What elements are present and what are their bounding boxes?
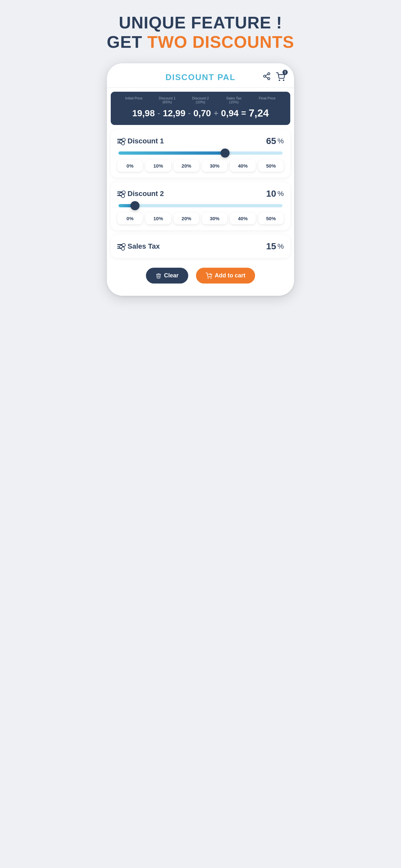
- discount1-title: Discount 1: [127, 137, 164, 145]
- app-header: DISCOUNT PAL 1: [107, 63, 294, 88]
- svg-point-8: [211, 278, 212, 278]
- summary-values: 19,98 - 12,99 - 0,70 + 0,94 = 7,24: [117, 107, 284, 119]
- discount2-quick-0[interactable]: 0%: [117, 213, 143, 224]
- discount1-sliders-icon: [117, 139, 124, 144]
- operator-plus: +: [213, 108, 218, 118]
- discount2-slider-container[interactable]: [119, 204, 282, 207]
- header-icons: 1: [263, 72, 285, 83]
- summary-bar: Initial Price Discount 1(65%) Discount 2…: [111, 92, 290, 125]
- discount1-slider-thumb[interactable]: [220, 149, 229, 158]
- discount1-quick-buttons: 0% 10% 20% 30% 40% 50%: [117, 160, 284, 172]
- operator-minus1: -: [158, 108, 160, 118]
- value-discount2: 0,70: [193, 108, 211, 119]
- discount2-header: Discount 2 10 %: [117, 189, 284, 199]
- svg-point-6: [283, 80, 284, 81]
- svg-line-3: [266, 77, 268, 78]
- discount2-quick-20[interactable]: 20%: [174, 213, 199, 224]
- svg-line-4: [266, 74, 268, 75]
- discount2-value: 10: [260, 189, 276, 199]
- sales-tax-sliders-icon: [117, 244, 124, 249]
- value-final: 7,24: [249, 107, 269, 119]
- label-discount1: Discount 1(65%): [150, 96, 184, 104]
- discount1-value-row: 65 %: [260, 136, 284, 146]
- discount2-sliders-icon: [117, 191, 124, 196]
- discount1-slider-container[interactable]: [119, 151, 282, 155]
- share-icon[interactable]: [263, 72, 271, 83]
- discount2-quick-30[interactable]: 30%: [202, 213, 227, 224]
- discount2-unit: %: [277, 190, 284, 198]
- svg-point-7: [208, 278, 209, 278]
- hero-section: UNIQUE FEATURE ! GET TWO DISCOUNTS: [107, 13, 294, 52]
- sales-tax-title-row: Sales Tax: [117, 242, 160, 251]
- value-initial: 19,98: [132, 108, 155, 119]
- value-discount1: 12,99: [163, 108, 185, 119]
- add-to-cart-button[interactable]: Add to cart: [196, 268, 255, 283]
- discount2-quick-10[interactable]: 10%: [145, 213, 171, 224]
- discount1-quick-40[interactable]: 40%: [230, 160, 255, 172]
- hero-line2: GET TWO DISCOUNTS: [107, 32, 294, 52]
- sales-tax-unit: %: [277, 242, 284, 251]
- discount1-quick-30[interactable]: 30%: [202, 160, 227, 172]
- discount2-quick-buttons: 0% 10% 20% 30% 40% 50%: [117, 213, 284, 224]
- discount1-header: Discount 1 65 %: [117, 136, 284, 146]
- discount1-quick-10[interactable]: 10%: [145, 160, 171, 172]
- discount2-title-row: Discount 2: [117, 190, 164, 198]
- discount1-quick-0[interactable]: 0%: [117, 160, 143, 172]
- discount1-value: 65: [260, 136, 276, 146]
- sales-tax-title: Sales Tax: [127, 242, 160, 251]
- value-sales-tax: 0,94: [221, 108, 239, 119]
- operator-equals: =: [241, 108, 246, 118]
- discount1-slider-fill: [119, 151, 225, 155]
- cart-icon[interactable]: 1: [276, 72, 285, 83]
- discount2-value-row: 10 %: [260, 189, 284, 199]
- discount1-slider-track[interactable]: [119, 151, 282, 155]
- sales-tax-value: 15: [260, 241, 276, 252]
- label-final: Final Price: [251, 96, 284, 104]
- discount1-quick-50[interactable]: 50%: [258, 160, 284, 172]
- label-discount2: Discount 2(10%): [184, 96, 217, 104]
- app-title: DISCOUNT PAL: [165, 72, 235, 82]
- discount1-quick-20[interactable]: 20%: [174, 160, 199, 172]
- add-to-cart-label: Add to cart: [215, 272, 245, 279]
- discount2-slider-track[interactable]: [119, 204, 282, 207]
- clear-button[interactable]: Clear: [146, 268, 188, 283]
- bottom-buttons: Clear Add to cart: [107, 262, 294, 286]
- discount1-unit: %: [277, 137, 284, 145]
- discount2-quick-50[interactable]: 50%: [258, 213, 284, 224]
- label-sales-tax: Sales Tax(15%): [217, 96, 251, 104]
- discount1-title-row: Discount 1: [117, 137, 164, 145]
- hero-orange-words: TWO DISCOUNTS: [147, 33, 294, 51]
- label-initial: Initial Price: [117, 96, 150, 104]
- hero-line1: UNIQUE FEATURE !: [107, 13, 294, 32]
- discount2-card: Discount 2 10 % 0% 10% 20% 30% 40% 50%: [111, 182, 290, 230]
- discount2-quick-40[interactable]: 40%: [230, 213, 255, 224]
- sales-tax-value-row: 15 %: [260, 241, 284, 252]
- cart-badge-count: 1: [282, 70, 288, 75]
- operator-minus2: -: [188, 108, 191, 118]
- discount2-slider-thumb[interactable]: [130, 201, 140, 210]
- discount2-title: Discount 2: [127, 190, 164, 198]
- clear-label: Clear: [164, 272, 179, 279]
- hero-get-word: GET: [107, 33, 147, 51]
- trash-icon: [156, 273, 161, 279]
- cart-plus-icon: [206, 273, 212, 279]
- svg-point-5: [279, 80, 280, 81]
- discount1-card: Discount 1 65 % 0% 10% 20% 30% 40% 50%: [111, 129, 290, 178]
- summary-labels: Initial Price Discount 1(65%) Discount 2…: [117, 96, 284, 104]
- phone-frame: DISCOUNT PAL 1: [107, 63, 294, 296]
- sales-tax-card: Sales Tax 15 %: [111, 235, 290, 258]
